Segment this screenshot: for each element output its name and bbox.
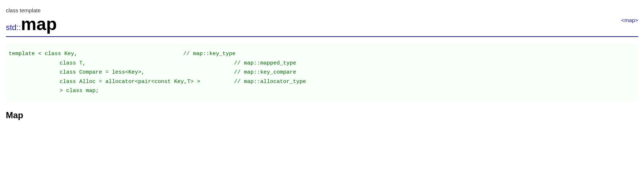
code-comment-4: // map::allocator_type xyxy=(234,77,306,87)
header-row: std::map <map> xyxy=(6,14,638,37)
code-indent-3 xyxy=(9,68,60,77)
class-label-text: class template xyxy=(6,7,638,13)
code-comment-2: // map::mapped_type xyxy=(234,59,296,68)
header-link[interactable]: <map> xyxy=(621,14,638,23)
section-heading: Map xyxy=(6,110,638,120)
class-name: map xyxy=(21,15,57,34)
code-comment-3: // map::key_compare xyxy=(234,68,296,77)
code-param-2: class T, xyxy=(60,59,234,68)
code-line-1: template < class Key, // map::key_type xyxy=(9,49,635,59)
code-line-2: class T, // map::mapped_type xyxy=(9,59,635,68)
class-label-value: class template xyxy=(6,7,41,13)
section-title-text: Map xyxy=(6,110,23,120)
code-indent-4 xyxy=(9,77,60,87)
code-param-3: class Compare = less<Key>, xyxy=(60,68,234,77)
code-line-3: class Compare = less<Key>, // map::key_c… xyxy=(9,68,635,77)
code-indent-2 xyxy=(9,59,60,68)
header-link-text: <map> xyxy=(621,17,638,23)
code-param-1: template < class Key, xyxy=(9,49,183,59)
code-line-5: > class map; xyxy=(9,86,635,96)
class-prefix: std:: xyxy=(6,23,21,32)
code-line-4: class Alloc = allocator<pair<const Key,T… xyxy=(9,77,635,87)
code-comment-1: // map::key_type xyxy=(183,49,236,59)
code-block: template < class Key, // map::key_type c… xyxy=(6,44,638,102)
code-param-4: class Alloc = allocator<pair<const Key,T… xyxy=(60,77,234,87)
code-indent-5 xyxy=(9,86,60,96)
class-title: std::map xyxy=(6,14,57,34)
code-param-5: > class map; xyxy=(60,86,234,96)
